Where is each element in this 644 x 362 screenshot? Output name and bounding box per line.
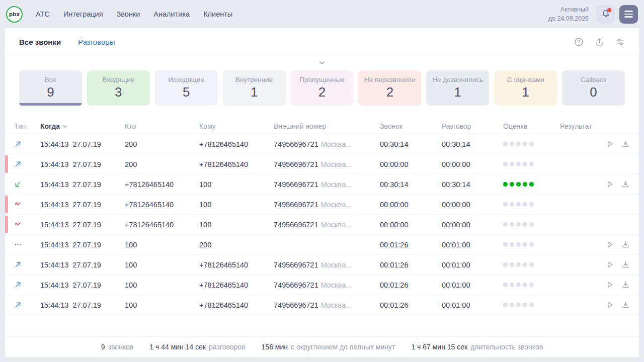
filter-count: 9 — [47, 84, 54, 100]
play-record-button[interactable] — [605, 260, 614, 269]
filter-count: 1 — [454, 84, 461, 100]
rating-dots[interactable] — [503, 283, 560, 287]
table-row[interactable]: 15:44:1327.07.19 200 +78126465140 749566… — [5, 134, 639, 154]
tab[interactable]: Разговоры — [78, 38, 115, 46]
call-type-cell — [14, 301, 40, 309]
rating-dots[interactable] — [503, 162, 560, 166]
when-cell: 15:44:1327.07.19 — [40, 180, 125, 189]
chevron-down-icon[interactable] — [318, 60, 326, 65]
table-row[interactable]: 15:44:1327.07.19 100 +78126465140 749566… — [5, 295, 639, 315]
help-icon[interactable] — [574, 37, 584, 47]
rating-dots[interactable] — [503, 202, 560, 207]
when-time: 15:44:13 — [40, 221, 68, 229]
external-number-cell: 74956696721Москва... — [274, 140, 380, 148]
row-actions — [602, 281, 630, 289]
play-record-button[interactable] — [605, 240, 614, 249]
filter-card[interactable]: Пропущенные 2 — [291, 70, 354, 106]
talk-duration-cell: 00:01:00 — [442, 281, 503, 289]
table-row[interactable]: 15:44:1327.07.19 100 +78126465140 749566… — [5, 255, 639, 275]
export-icon[interactable] — [595, 37, 604, 47]
filter-card[interactable]: Внутренние 1 — [223, 70, 286, 106]
talk-duration-cell: 00:01:00 — [442, 241, 503, 249]
rating-dots[interactable] — [503, 142, 560, 146]
nav-item[interactable]: Звонки — [117, 10, 140, 18]
table-row[interactable]: 15:44:1327.07.19 +78126465140 100 749566… — [5, 195, 639, 215]
col-call: Звонок — [380, 122, 442, 130]
filter-card[interactable]: Входящие 3 — [87, 70, 150, 106]
when-cell: 15:44:1327.07.19 — [40, 201, 125, 209]
rating-dots[interactable] — [503, 222, 560, 227]
play-record-button[interactable] — [605, 140, 614, 148]
row-actions — [602, 260, 630, 269]
download-record-button[interactable] — [621, 281, 630, 289]
summary-value: 156 мин — [262, 343, 288, 351]
download-record-button[interactable] — [621, 240, 630, 249]
external-location: Москва... — [321, 221, 352, 229]
notifications-button[interactable] — [596, 5, 615, 24]
col-when-sort[interactable]: Когда — [40, 122, 125, 130]
outgoing-call-icon — [14, 281, 22, 289]
row-actions — [602, 180, 630, 189]
play-record-button[interactable] — [605, 281, 614, 289]
table-row[interactable]: 15:44:1327.07.19 200 +78126465140 749566… — [5, 154, 639, 174]
external-number-cell: 74956696721Москва... — [274, 160, 380, 168]
nav-item[interactable]: АТС — [36, 10, 50, 18]
external-number: 74956696721 — [274, 201, 318, 209]
download-record-button[interactable] — [621, 260, 630, 269]
filter-card[interactable]: Не перезвонили 2 — [358, 70, 421, 106]
missed-call-icon — [14, 201, 22, 208]
rating-dots[interactable] — [503, 242, 560, 247]
nav-item[interactable]: Клиенты — [203, 10, 232, 18]
col-external: Внешний номер — [274, 122, 380, 130]
download-record-button[interactable] — [621, 180, 630, 189]
call-duration-cell: 00:01:26 — [380, 261, 442, 269]
talk-duration-cell: 00:00:00 — [442, 201, 503, 209]
rating-dots[interactable] — [503, 262, 560, 267]
col-whom: Кому — [199, 122, 274, 130]
subscription-status: Активный до 24.09.2026 — [548, 5, 589, 23]
hamburger-icon — [624, 11, 633, 12]
when-date: 27.07.19 — [72, 281, 101, 289]
calls-panel: Все звонкиРазговоры — [5, 28, 639, 357]
talk-duration-cell: 00:30:14 — [442, 140, 503, 148]
play-record-button[interactable] — [605, 301, 614, 309]
filter-card[interactable]: С оценками 1 — [494, 70, 557, 106]
who-cell: 200 — [125, 140, 199, 148]
who-cell: 100 — [125, 261, 199, 269]
nav-item[interactable]: Интеграция — [63, 10, 103, 18]
external-number-cell: 74956696721Москва... — [274, 261, 380, 269]
table-row[interactable]: 15:44:1327.07.19 100 +78126465140 749566… — [5, 275, 639, 295]
pbx-logo[interactable]: pbx — [6, 6, 23, 23]
nav-item[interactable]: Аналитика — [153, 10, 190, 18]
rating-dots[interactable] — [503, 182, 560, 187]
whom-cell: 100 — [199, 201, 274, 209]
external-number: 74956696721 — [274, 261, 318, 269]
when-date: 27.07.19 — [72, 221, 101, 229]
filter-count: 2 — [318, 84, 326, 100]
tab[interactable]: Все звонки — [19, 38, 61, 46]
menu-button[interactable] — [619, 5, 638, 24]
download-record-button[interactable] — [621, 140, 630, 148]
filter-count: 1 — [522, 84, 529, 100]
table-row[interactable]: 15:44:1327.07.19 +78126465140 100 749566… — [5, 215, 639, 235]
when-time: 15:44:13 — [40, 301, 68, 309]
filter-card[interactable]: Все 9 — [19, 70, 82, 106]
filter-label: Не дозвонились — [432, 76, 483, 83]
table-row[interactable]: 15:44:1327.07.19 100 200 00:01:26 00:01:… — [5, 235, 639, 255]
external-number-cell: 74956696721Москва... — [274, 301, 380, 309]
when-date: 27.07.19 — [72, 241, 101, 249]
play-record-button[interactable] — [605, 180, 614, 189]
filter-card[interactable]: Не дозвонились 1 — [426, 70, 489, 106]
table-row[interactable]: 15:44:1327.07.19 +78126465140 100 749566… — [5, 174, 639, 195]
outgoing-call-icon — [14, 301, 22, 309]
call-duration-cell: 00:01:26 — [380, 281, 442, 289]
external-number-cell: 74956696721Москва... — [274, 221, 380, 229]
filter-card[interactable]: Исходящие 5 — [155, 70, 218, 106]
download-record-button[interactable] — [621, 301, 630, 309]
filter-card[interactable]: Callback 0 — [562, 70, 625, 106]
column-settings-icon[interactable] — [615, 37, 625, 47]
filter-cards: Все 9 Входящие 3 Исходящие 5 Внутренние … — [5, 69, 639, 106]
talk-duration-cell: 00:00:00 — [442, 160, 503, 168]
rating-dots[interactable] — [503, 303, 560, 307]
incoming-call-icon — [14, 180, 22, 188]
